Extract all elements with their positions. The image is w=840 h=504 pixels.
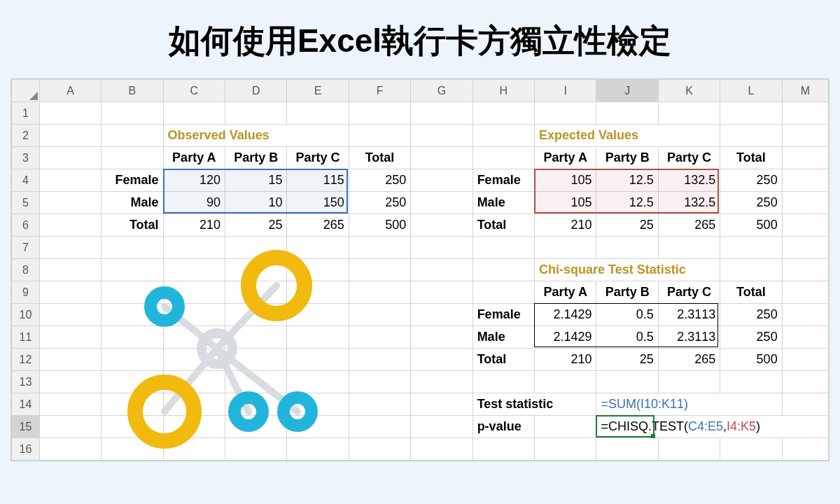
cell[interactable]: 0.5: [596, 326, 657, 348]
col-header-G[interactable]: G: [411, 80, 472, 102]
p-value-label: p-value: [473, 416, 534, 438]
cell[interactable]: 265: [659, 214, 720, 236]
row-header-13[interactable]: 13: [12, 371, 40, 393]
obs-male-label: Male: [102, 192, 162, 214]
cell[interactable]: 250: [720, 304, 781, 326]
test-statistic-formula[interactable]: =SUM(I10:K11): [596, 393, 781, 415]
cell[interactable]: 2.3113: [659, 304, 720, 326]
obs-hdr-c: Party C: [287, 147, 348, 169]
test-statistic-label: Test statistic: [473, 393, 596, 415]
cell[interactable]: 132.5: [659, 192, 720, 214]
cell[interactable]: 500: [720, 349, 781, 370]
col-header-E[interactable]: E: [287, 80, 349, 102]
obs-female-label: Female: [102, 169, 162, 191]
cell[interactable]: 250: [720, 326, 781, 348]
exp-total-label: Total: [473, 214, 534, 236]
cell[interactable]: 265: [287, 214, 348, 236]
row-header-16[interactable]: 16: [12, 438, 40, 461]
row-header-14[interactable]: 14: [12, 393, 40, 416]
chi-hdr-total: Total: [720, 281, 781, 303]
exp-female-label: Female: [473, 169, 534, 191]
cell[interactable]: 10: [225, 192, 286, 214]
select-all-corner[interactable]: [12, 80, 40, 102]
cell[interactable]: 90: [164, 192, 225, 214]
col-header-K[interactable]: K: [658, 80, 720, 102]
cell[interactable]: 2.1429: [535, 304, 596, 326]
col-header-D[interactable]: D: [225, 80, 287, 102]
cell[interactable]: 15: [225, 169, 286, 191]
cell[interactable]: 250: [720, 169, 781, 191]
col-header-H[interactable]: H: [472, 80, 534, 102]
row-header-12[interactable]: 12: [12, 349, 40, 371]
row-header-3[interactable]: 3: [12, 147, 40, 169]
cell[interactable]: 0.5: [596, 304, 657, 326]
cell[interactable]: 12.5: [596, 169, 657, 191]
chi-female-label: Female: [473, 304, 534, 326]
row-header-15[interactable]: 15: [12, 416, 40, 438]
cell[interactable]: 500: [349, 214, 410, 236]
cell[interactable]: 150: [287, 192, 348, 214]
chi-hdr-b: Party B: [596, 281, 657, 303]
cell[interactable]: 105: [535, 192, 596, 214]
cell[interactable]: 25: [596, 349, 657, 370]
row-header-1[interactable]: 1: [12, 102, 40, 125]
row-header-2[interactable]: 2: [12, 125, 40, 147]
row-header-4[interactable]: 4: [12, 169, 40, 192]
page-title: 如何使用Excel執行卡方獨立性檢定: [0, 0, 840, 78]
cell[interactable]: 105: [535, 169, 596, 191]
cell[interactable]: 210: [535, 349, 596, 370]
exp-hdr-c: Party C: [659, 147, 720, 169]
col-header-B[interactable]: B: [102, 80, 163, 102]
col-header-I[interactable]: I: [535, 80, 596, 102]
col-header-M[interactable]: M: [782, 80, 828, 102]
chisq-title: Chi-square Test Statistic: [535, 259, 720, 281]
network-diagram-icon: [102, 237, 354, 454]
cell[interactable]: 265: [659, 349, 720, 370]
cell[interactable]: 25: [596, 214, 657, 236]
cell[interactable]: 120: [164, 169, 225, 191]
p-value-formula[interactable]: =CHISQ.TEST(C4:E5, I4:K5): [596, 416, 828, 438]
col-header-F[interactable]: F: [349, 80, 410, 102]
exp-hdr-total: Total: [720, 147, 781, 169]
cell[interactable]: 132.5: [659, 169, 720, 191]
obs-hdr-a: Party A: [164, 147, 225, 169]
row-header-8[interactable]: 8: [12, 259, 40, 281]
obs-total-label: Total: [102, 214, 162, 236]
cell[interactable]: 115: [287, 169, 348, 191]
cell[interactable]: 250: [349, 192, 410, 214]
chi-hdr-a: Party A: [535, 281, 596, 303]
expected-title: Expected Values: [535, 125, 720, 146]
obs-hdr-total: Total: [349, 147, 410, 169]
col-header-L[interactable]: L: [720, 80, 782, 102]
cell[interactable]: 12.5: [596, 192, 657, 214]
exp-hdr-a: Party A: [535, 147, 596, 169]
col-header-J[interactable]: J: [596, 80, 658, 102]
cell[interactable]: 210: [535, 214, 596, 236]
row-header-9[interactable]: 9: [12, 281, 40, 304]
col-header-C[interactable]: C: [163, 80, 225, 102]
row-header-10[interactable]: 10: [12, 304, 40, 326]
observed-title: Observed Values: [164, 125, 349, 146]
cell[interactable]: 500: [720, 214, 781, 236]
cell[interactable]: 2.3113: [659, 326, 720, 348]
cell[interactable]: 250: [720, 192, 781, 214]
chi-total-label: Total: [473, 349, 534, 370]
exp-male-label: Male: [473, 192, 534, 214]
obs-hdr-b: Party B: [225, 147, 286, 169]
row-header-7[interactable]: 7: [12, 237, 40, 259]
exp-hdr-b: Party B: [596, 147, 657, 169]
row-header-5[interactable]: 5: [12, 192, 40, 214]
cell[interactable]: 210: [164, 214, 225, 236]
chi-male-label: Male: [473, 326, 534, 348]
cell[interactable]: 2.1429: [535, 326, 596, 348]
row-header-6[interactable]: 6: [12, 214, 40, 237]
chi-hdr-c: Party C: [659, 281, 720, 303]
col-header-A[interactable]: A: [39, 80, 101, 102]
row-header-11[interactable]: 11: [12, 326, 40, 349]
cell[interactable]: 250: [349, 169, 410, 191]
spreadsheet[interactable]: A B C D E F G H I J K L M 1 2 Observed V…: [10, 78, 830, 461]
cell[interactable]: 25: [225, 214, 286, 236]
